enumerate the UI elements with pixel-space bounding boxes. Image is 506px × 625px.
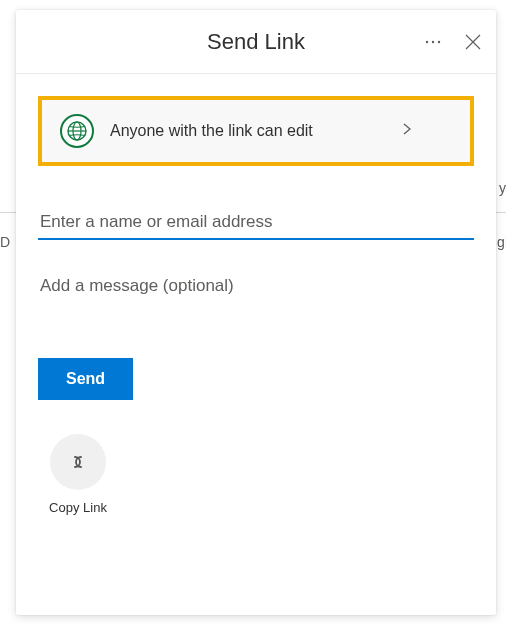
copy-link-button[interactable]: Copy Link [38,434,118,515]
permission-label: Anyone with the link can edit [110,122,386,140]
background-text: y [499,180,506,196]
chevron-right-icon [402,122,412,140]
send-link-dialog: Send Link [16,10,496,615]
background-text: D [0,234,10,250]
recipients-input[interactable] [38,206,474,240]
background-text: gl [497,234,506,250]
dialog-header: Send Link [16,10,496,74]
svg-point-1 [432,40,434,42]
send-button[interactable]: Send [38,358,133,400]
dialog-title: Send Link [207,29,305,55]
more-options-button[interactable] [420,29,446,55]
link-settings-button[interactable]: Anyone with the link can edit [38,96,474,166]
svg-point-2 [438,40,440,42]
message-input[interactable] [38,274,474,298]
link-icon [65,449,91,475]
copy-link-label: Copy Link [49,500,107,515]
copy-link-icon-circle [50,434,106,490]
close-button[interactable] [460,29,486,55]
more-icon [424,33,442,51]
svg-point-0 [426,40,428,42]
header-actions [420,29,486,55]
close-icon [464,33,482,51]
globe-icon [60,114,94,148]
dialog-content: Anyone with the link can edit Send Copy … [16,74,496,615]
